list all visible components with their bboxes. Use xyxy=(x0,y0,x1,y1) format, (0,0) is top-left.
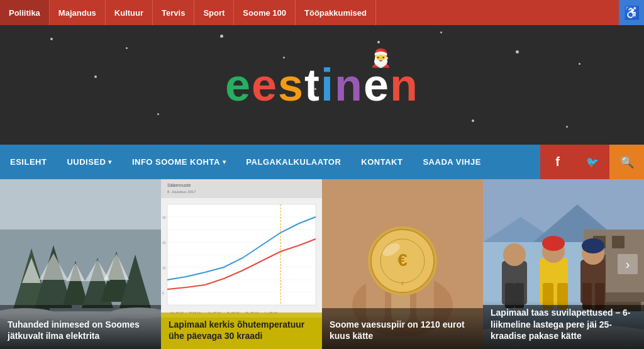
featured-cards: Tuhanded inimesed on Soomes jätkuvalt il… xyxy=(0,179,644,349)
nav-tervis[interactable]: Tervis xyxy=(153,0,194,25)
accessibility-button[interactable]: ♿ xyxy=(619,0,644,25)
svg-text:20: 20 xyxy=(162,241,166,245)
nav-poliitika[interactable]: Poliitika xyxy=(0,0,50,25)
facebook-button[interactable]: f xyxy=(540,145,575,179)
card-3-overlay: Soome vaesuspiir on 1210 eurot kuus kätt… xyxy=(322,313,483,349)
logo-letter-i: i xyxy=(321,59,335,111)
nav-toopack[interactable]: Tööpakkumised xyxy=(296,0,376,25)
svg-rect-62 xyxy=(612,236,625,248)
chevron-right-icon: › xyxy=(626,257,630,272)
chevron-down-icon: ▾ xyxy=(108,158,112,165)
logo-letter-t: t xyxy=(304,59,321,111)
facebook-icon: f xyxy=(555,155,560,169)
nav-left-items: ESILEHT UUDISED ▾ INFO SOOME KOHTA ▾ PAL… xyxy=(0,145,540,179)
svg-rect-21 xyxy=(161,179,322,198)
santa-hat-icon: 🎅 xyxy=(370,48,393,69)
nav-info-soome[interactable]: INFO SOOME KOHTA ▾ xyxy=(122,145,236,179)
svg-text:2: 2 xyxy=(401,280,404,286)
nav-esileht[interactable]: ESILEHT xyxy=(0,145,57,179)
nav-soome100[interactable]: Soome 100 xyxy=(234,0,296,25)
svg-point-77 xyxy=(582,238,604,253)
card-2[interactable]: Sääennuste 8. Joulukuu 2017 Ma 25.12. Ti… xyxy=(161,179,322,349)
logo-letter-e3: e 🎅 xyxy=(364,59,390,111)
search-icon: 🔍 xyxy=(620,155,634,169)
carousel-next-button[interactable]: › xyxy=(618,254,638,274)
chevron-down-icon: ▾ xyxy=(223,158,226,165)
svg-point-72 xyxy=(542,236,565,251)
nav-right-actions: f 🐦 🔍 xyxy=(540,145,644,179)
svg-text:0: 0 xyxy=(162,291,164,295)
card-1[interactable]: Tuhanded inimesed on Soomes jätkuvalt il… xyxy=(0,179,161,349)
svg-text:Sääennuste: Sääennuste xyxy=(167,183,191,187)
svg-point-67 xyxy=(503,243,526,266)
logo-letter-n: n xyxy=(335,59,364,111)
card-4-title: Lapimaal taas suvilapettused – 6-liikmel… xyxy=(491,307,636,341)
card-3-title: Soome vaesuspiir on 1210 eurot kuus kätt… xyxy=(330,319,475,341)
nav-saada-vihje[interactable]: SAADA VIHJE xyxy=(413,145,491,179)
nav-kontakt[interactable]: KONTAKT xyxy=(351,145,413,179)
card-2-title: Lapimaal kerkis õhutemperatuur ühe päeva… xyxy=(169,319,314,341)
nav-sport[interactable]: Sport xyxy=(194,0,234,25)
card-4-overlay: Lapimaal taas suvilapettused – 6-liikmel… xyxy=(483,301,644,349)
accessibility-icon: ♿ xyxy=(624,5,640,20)
card-1-overlay: Tuhanded inimesed on Soomes jätkuvalt il… xyxy=(0,313,161,349)
nav-kultuur[interactable]: Kultuur xyxy=(106,0,153,25)
nav-uudised[interactable]: UUDISED ▾ xyxy=(57,145,122,179)
site-logo[interactable]: e e s t i n e 🎅 n xyxy=(225,59,419,111)
twitter-button[interactable]: 🐦 xyxy=(575,145,609,179)
logo-letter-s: s xyxy=(278,59,304,111)
card-3[interactable]: € 2 Soome vaesuspiir on 1210 eurot kuus … xyxy=(322,179,483,349)
nav-majandus[interactable]: Majandus xyxy=(50,0,106,25)
top-bar: Poliitika Majandus Kultuur Tervis Sport … xyxy=(0,0,644,25)
search-button[interactable]: 🔍 xyxy=(609,145,644,179)
twitter-icon: 🐦 xyxy=(586,156,599,168)
logo-letter-n2: n xyxy=(390,59,419,111)
logo-letter-e2: e xyxy=(252,59,278,111)
svg-text:10: 10 xyxy=(162,266,166,270)
card-2-overlay: Lapimaal kerkis õhutemperatuur ühe päeva… xyxy=(161,313,322,349)
card-1-title: Tuhanded inimesed on Soomes jätkuvalt il… xyxy=(8,319,153,341)
site-header: e e s t i n e 🎅 n xyxy=(0,25,644,145)
nav-palgakalkulaator[interactable]: PALGAKALKULAATOR xyxy=(236,145,351,179)
svg-text:30: 30 xyxy=(162,216,166,219)
main-navigation: ESILEHT UUDISED ▾ INFO SOOME KOHTA ▾ PAL… xyxy=(0,145,644,179)
logo-letter-e1: e xyxy=(225,59,252,111)
svg-text:€: € xyxy=(397,250,408,270)
svg-text:8. Joulukuu 2017: 8. Joulukuu 2017 xyxy=(167,190,196,194)
